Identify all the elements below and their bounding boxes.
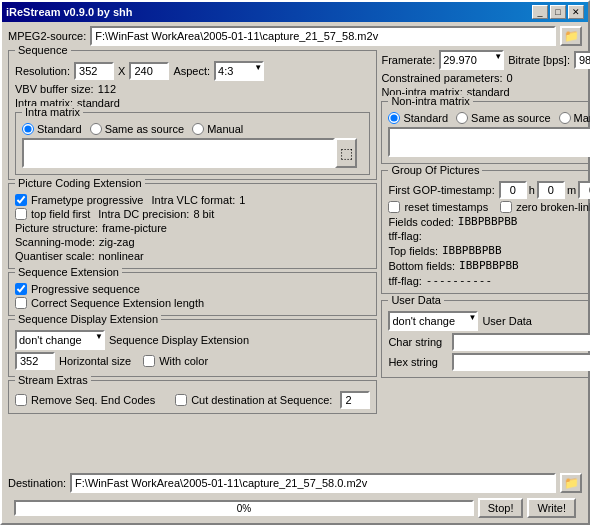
remove-seq-label: Remove Seq. End Codes <box>31 394 155 406</box>
width-input[interactable] <box>74 62 114 80</box>
reset-timestamps-label: reset timestamps <box>404 201 488 213</box>
bitrate-input[interactable] <box>574 51 590 69</box>
with-color-checkbox[interactable] <box>143 355 155 367</box>
gop-h-label: h <box>529 184 535 196</box>
destination-input[interactable] <box>70 473 556 493</box>
progressive-checkbox[interactable] <box>15 283 27 295</box>
left-column: Sequence Resolution: X Aspect: 4:3 <box>8 50 377 469</box>
zero-broken-label: zero broken-link flags <box>516 201 590 213</box>
maximize-button[interactable]: □ <box>550 5 566 19</box>
intra-manual-radio[interactable] <box>192 123 204 135</box>
aspect-dropdown[interactable]: 4:3 <box>214 61 264 81</box>
constrained-row: Constrained parameters: 0 <box>381 72 590 84</box>
source-folder-button[interactable]: 📁 <box>560 26 582 46</box>
gop-timestamp-label: First GOP-timestamp: <box>388 184 494 196</box>
cut-dest-input[interactable] <box>340 391 370 409</box>
gop-minutes-input[interactable] <box>537 181 565 199</box>
aspect-dropdown-wrapper: 4:3 <box>214 61 264 81</box>
bitrate-label: Bitrate [bps]: <box>508 54 570 66</box>
write-button[interactable]: Write! <box>527 498 576 518</box>
height-input[interactable] <box>129 62 169 80</box>
framerate-row: Framerate: 29.970 Bitrate [bps]: <box>381 50 590 70</box>
fields-coded-value: IBBPBBPBB <box>458 215 518 228</box>
fields-coded-label: Fields coded: <box>388 216 453 228</box>
with-color-checkbox-item: With color <box>143 355 208 367</box>
content-area: MPEG2-source: 📁 Sequence Resolution: X A… <box>2 22 588 523</box>
non-intra-standard-label: Standard <box>403 112 448 124</box>
non-intra-same-label: Same as source <box>471 112 550 124</box>
reset-timestamps-checkbox[interactable] <box>388 201 400 213</box>
intra-matrix-radio-group: Standard Same as source Manual <box>22 123 363 135</box>
vbv-row: VBV buffer size: 112 <box>15 83 370 95</box>
gop-hours-input[interactable] <box>499 181 527 199</box>
gop-timestamp-row: First GOP-timestamp: h m s f <box>388 181 590 199</box>
right-column: Framerate: 29.970 Bitrate [bps]: Constra… <box>381 50 590 469</box>
intra-standard-radio[interactable] <box>22 123 34 135</box>
progressive-row: Progressive sequence <box>15 283 370 295</box>
non-intra-matrix-section: ⬚ <box>388 127 590 157</box>
stream-extras-group: Stream Extras Remove Seq. End Codes Cut … <box>8 380 377 414</box>
frametype-checkbox-item: Frametype progressive <box>15 194 144 206</box>
correct-checkbox[interactable] <box>15 297 27 309</box>
horizontal-size-label: Horizontal size <box>59 355 131 367</box>
picture-structure-value: frame-picture <box>102 222 167 234</box>
zero-broken-item: zero broken-link flags <box>500 201 590 213</box>
frametype-row: Frametype progressive Intra VLC format: … <box>15 194 370 206</box>
hex-string-input[interactable] <box>452 353 590 371</box>
user-data-dropdown[interactable]: don't change <box>388 311 478 331</box>
stop-button[interactable]: Stop! <box>478 498 524 518</box>
intra-vlc-value: 1 <box>239 194 245 206</box>
intra-same-radio[interactable] <box>90 123 102 135</box>
intra-dc-label: Intra DC precision: <box>98 208 189 220</box>
char-string-input[interactable] <box>452 333 590 351</box>
x-label: X <box>118 65 125 77</box>
user-data-title: User Data <box>388 294 444 306</box>
frametype-checkbox[interactable] <box>15 194 27 206</box>
remove-seq-checkbox-item: Remove Seq. End Codes <box>15 394 155 406</box>
bottom-fields-row: Bottom fields: IBBPBBPBB <box>388 259 590 272</box>
intra-manual-label: Manual <box>207 123 243 135</box>
destination-label: Destination: <box>8 477 66 489</box>
hex-string-label: Hex string <box>388 356 448 368</box>
top-field-checkbox[interactable] <box>15 208 27 220</box>
intra-same-radio-item: Same as source <box>90 123 184 135</box>
progress-row: 0% Stop! Write! <box>8 497 582 519</box>
intra-matrix-group-title: Intra matrix <box>22 106 83 118</box>
gop-seconds-input[interactable] <box>578 181 590 199</box>
cut-dest-checkbox[interactable] <box>175 394 187 406</box>
user-data-label: User Data <box>482 315 532 327</box>
seq-display-dropdown[interactable]: don't change <box>15 330 105 350</box>
remove-seq-checkbox[interactable] <box>15 394 27 406</box>
tff-flag-label2: tff-flag: <box>388 275 421 287</box>
picture-structure-label: Picture structure: <box>15 222 98 234</box>
non-intra-standard-radio[interactable] <box>388 112 400 124</box>
progress-percent: 0% <box>237 503 251 514</box>
char-string-row: Char string <box>388 333 590 351</box>
horizontal-size-input[interactable] <box>15 352 55 370</box>
close-button[interactable]: ✕ <box>568 5 584 19</box>
reset-timestamps-item: reset timestamps <box>388 201 488 213</box>
non-intra-same-radio[interactable] <box>456 112 468 124</box>
seq-display-dropdown-wrapper: don't change <box>15 330 105 350</box>
title-bar: iReStream v0.9.0 by shh _ □ ✕ <box>2 2 588 22</box>
intra-matrix-button[interactable]: ⬚ <box>335 138 357 168</box>
top-fields-label: Top fields: <box>388 245 438 257</box>
intra-dc-value: 8 bit <box>193 208 214 220</box>
intra-same-label: Same as source <box>105 123 184 135</box>
source-input[interactable] <box>90 26 556 46</box>
non-intra-standard-radio-item: Standard <box>388 112 448 124</box>
seq-display-group: Sequence Display Extension don't change … <box>8 319 377 377</box>
destination-folder-button[interactable]: 📁 <box>560 473 582 493</box>
framerate-bitrate-area: Framerate: 29.970 Bitrate [bps]: Constra… <box>381 50 590 164</box>
quantiser-label: Quantiser scale: <box>15 250 94 262</box>
framerate-dropdown[interactable]: 29.970 <box>439 50 504 70</box>
zero-broken-checkbox[interactable] <box>500 201 512 213</box>
minimize-button[interactable]: _ <box>532 5 548 19</box>
progress-bar: 0% <box>14 500 474 516</box>
correct-checkbox-item: Correct Sequence Extension length <box>15 297 204 309</box>
non-intra-manual-radio[interactable] <box>559 112 571 124</box>
progressive-label: Progressive sequence <box>31 283 140 295</box>
bottom-fields-label: Bottom fields: <box>388 260 455 272</box>
resolution-label: Resolution: <box>15 65 70 77</box>
destination-row: Destination: 📁 <box>8 473 582 493</box>
